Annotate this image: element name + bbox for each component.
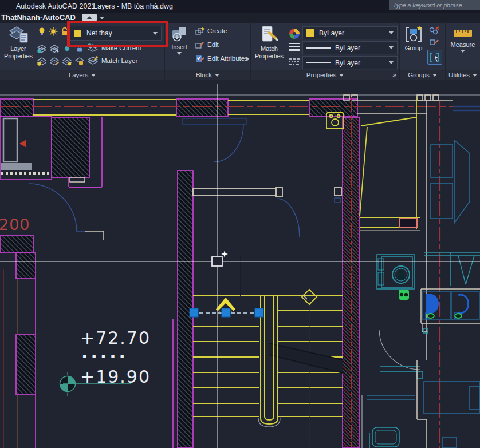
measure-button[interactable]: Measure <box>448 26 478 53</box>
layer-lock-icon[interactable] <box>74 56 85 66</box>
linetype-dropdown[interactable]: ByLayer <box>302 56 398 69</box>
search-input[interactable] <box>389 0 480 10</box>
groups-panel-label[interactable]: Groups <box>400 70 445 80</box>
layer-isolate-icon[interactable] <box>37 43 47 54</box>
chevron-down-icon[interactable] <box>100 17 104 19</box>
layer-properties-label: Layer Properties <box>2 45 34 60</box>
chevron-down-icon <box>461 50 465 53</box>
watermark-text: ThatNhanh-AutoCAD <box>1 13 76 22</box>
group-selection-icon <box>428 50 442 64</box>
layers-panel: Layer Properties Net thay <box>0 23 164 80</box>
measure-ruler-icon <box>453 26 473 40</box>
group-selection-toggle[interactable] <box>427 50 442 65</box>
chevron-down-icon <box>153 32 158 35</box>
chevron-down-icon[interactable] <box>245 58 250 61</box>
chevron-down-icon <box>473 74 477 77</box>
layer-thaw-sun-icon[interactable] <box>48 26 58 37</box>
group-icon <box>404 25 423 43</box>
layers-panel-label[interactable]: Layers <box>0 70 164 80</box>
layer-unlock-icon[interactable] <box>60 26 70 37</box>
lineweight-icon[interactable] <box>288 42 301 52</box>
chevron-down-icon <box>389 61 394 64</box>
block-panel: Insert Create Edit Edit Attributes <box>164 23 250 80</box>
machine-glyph-body <box>398 275 404 280</box>
utilities-panel: Measure Utilities <box>445 23 480 80</box>
layer-dropdown[interactable]: Net thay <box>70 26 162 41</box>
group-button[interactable]: Group <box>401 25 426 52</box>
chevron-down-icon <box>215 74 219 77</box>
utilities-panel-label[interactable]: Utilities <box>446 70 480 80</box>
lineweight-dropdown[interactable]: ByLayer <box>302 41 398 54</box>
layer-paint-icon[interactable] <box>49 43 60 54</box>
insert-button[interactable]: Insert <box>167 25 192 55</box>
lineweight-value: ByLayer <box>335 44 360 52</box>
linetype-value: ByLayer <box>335 59 360 67</box>
ribbon-collapse-button[interactable] <box>82 14 97 21</box>
title-bar: Autodesk AutoCAD 2021 Layers - MB tòa nh… <box>0 0 480 13</box>
edit-attributes-icon[interactable] <box>195 54 205 64</box>
match-layer-icon[interactable] <box>87 55 99 65</box>
level-text-dots: ..... <box>81 342 128 362</box>
layer-properties-button[interactable]: Layer Properties <box>2 25 34 60</box>
dimension-200: 200 <box>0 216 30 233</box>
drawing-canvas[interactable]: 200 +72.70 ..... +19.90 <box>0 80 480 448</box>
measure-label: Measure <box>451 41 475 49</box>
color-wheel-icon[interactable] <box>288 27 301 41</box>
make-current-icon[interactable] <box>87 42 99 53</box>
app-title: Autodesk AutoCAD 2021 <box>16 2 95 10</box>
chevron-down-icon <box>389 31 394 34</box>
layer-on-bulb-icon[interactable] <box>37 26 47 37</box>
green-fixture <box>399 290 409 300</box>
layer-merge-icon[interactable] <box>49 56 60 66</box>
linetype-icon[interactable] <box>288 57 301 67</box>
properties-panel-label[interactable]: Properties <box>251 70 399 80</box>
layer-off-icon[interactable] <box>37 56 47 66</box>
lineweight-sample <box>306 47 331 49</box>
layer-properties-icon <box>8 25 29 44</box>
insert-icon <box>171 25 188 42</box>
create-block-icon[interactable] <box>195 26 205 37</box>
make-current-button[interactable]: Make Current <box>101 45 141 51</box>
layer-unisolate-icon[interactable] <box>62 43 72 54</box>
chevron-down-icon <box>91 74 96 77</box>
edit-block-button[interactable]: Edit <box>207 41 219 48</box>
chevron-down-icon <box>389 46 394 49</box>
insert-label: Insert <box>171 43 187 51</box>
edit-block-icon[interactable] <box>195 40 205 50</box>
layer-freeze-icon[interactable] <box>62 56 72 66</box>
properties-panel: Match Properties ByLayer ByLa <box>250 23 399 80</box>
create-block-button[interactable]: Create <box>207 27 227 34</box>
match-layer-button[interactable]: Match Layer <box>101 57 137 64</box>
group-label: Group <box>405 45 423 52</box>
ribbon: Layer Properties Net thay <box>0 23 480 80</box>
layer-freeze-lock-icon[interactable] <box>74 43 85 54</box>
chevron-down-icon <box>432 74 437 77</box>
ungroup-icon[interactable] <box>428 26 440 35</box>
color-value: ByLayer <box>319 29 344 37</box>
linetype-sample <box>306 62 331 63</box>
match-properties-label: Match Properties <box>253 45 286 60</box>
match-properties-icon <box>259 25 280 44</box>
color-swatch <box>306 29 314 37</box>
arrow-up-icon <box>86 16 92 19</box>
block-panel-label[interactable]: Block <box>165 70 250 80</box>
panel-expander[interactable]: » <box>392 70 396 80</box>
group-edit-icon[interactable] <box>428 38 440 47</box>
chevron-down-icon <box>339 74 344 77</box>
match-properties-button[interactable]: Match Properties <box>253 25 286 60</box>
groups-panel: Group Groups <box>399 23 445 80</box>
layer-color-swatch <box>74 30 81 37</box>
edit-attributes-button[interactable]: Edit Attributes <box>207 55 248 62</box>
layer-dropdown-value: Net thay <box>86 29 112 37</box>
machine-glyph <box>399 270 403 275</box>
color-dropdown[interactable]: ByLayer <box>302 26 398 39</box>
document-title: Layers - MB tòa nhà.dwg <box>93 2 173 10</box>
quick-toolbar-row: ThatNhanh-AutoCAD <box>0 13 480 23</box>
autocad-window: Autodesk AutoCAD 2021 Layers - MB tòa nh… <box>0 0 480 448</box>
level-text-lower: +19.90 <box>80 367 151 387</box>
vent-box <box>400 219 417 228</box>
chevron-down-icon <box>177 52 182 55</box>
